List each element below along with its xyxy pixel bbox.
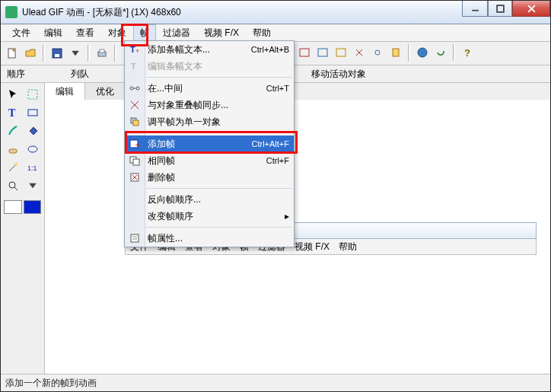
svg-text:T: T [131, 62, 136, 71]
tb-icon-c[interactable] [333, 44, 349, 61]
props-icon [129, 232, 141, 244]
svg-point-24 [130, 87, 133, 90]
zoom-icon[interactable] [4, 177, 22, 194]
menu-change-order[interactable]: 改变帧顺序 ▸ [125, 208, 294, 225]
svg-text:1:1: 1:1 [27, 164, 37, 172]
marquee-icon[interactable] [24, 86, 42, 103]
menu-videofx[interactable]: 视频 F/X [197, 24, 246, 41]
menu-view[interactable]: 查看 [69, 24, 101, 41]
globe-icon[interactable] [414, 44, 431, 61]
tb-icon-a[interactable] [296, 44, 313, 61]
cut-icon[interactable] [351, 44, 368, 61]
menu-object[interactable]: 对象 [101, 24, 133, 41]
svg-rect-9 [28, 110, 37, 116]
bucket-icon[interactable] [24, 123, 42, 139]
onetoone-icon[interactable]: 1:1 [24, 159, 42, 176]
swatch-bg[interactable] [24, 200, 42, 214]
menu-between[interactable]: 在...中间 Ctrl+T [125, 80, 294, 97]
toolbox: T 1:1 [1, 83, 45, 374]
minimize-button[interactable] [462, 1, 488, 17]
menu-filter[interactable]: 过滤器 [156, 24, 197, 41]
menu-reverse[interactable]: 反向帧顺序... [125, 191, 294, 208]
ellipse-icon[interactable] [24, 141, 42, 158]
between-icon [129, 82, 141, 94]
wand-icon[interactable] [4, 159, 22, 176]
menu-delete-frame[interactable]: 删除帧 [125, 169, 294, 186]
delete-frame-icon [129, 171, 141, 183]
svg-point-11 [28, 146, 37, 152]
svg-rect-7 [28, 90, 37, 99]
svg-rect-17 [336, 49, 346, 56]
tab-header: 编辑 优化 [45, 83, 550, 100]
svg-rect-5 [100, 49, 104, 53]
svg-rect-16 [318, 49, 327, 56]
add-banner-icon: T+ [129, 43, 141, 56]
svg-point-25 [136, 87, 139, 90]
swatch-fg[interactable] [4, 200, 22, 214]
refresh-icon[interactable] [432, 44, 449, 61]
pointer-icon[interactable] [4, 86, 22, 103]
save-dropdown-icon[interactable] [67, 45, 84, 62]
svg-rect-31 [133, 159, 139, 165]
maximize-button[interactable] [488, 1, 512, 17]
secbar-queue: 列队 [71, 68, 89, 81]
status-bar: 添加一个新的帧到动画 [1, 374, 550, 391]
help-icon[interactable]: ? [459, 44, 476, 61]
window-title: Ulead GIF 动画 - [无标题*] (1X) 468x60 [22, 6, 181, 19]
svg-rect-27 [133, 120, 139, 126]
secbar-move: 移动活动对象 [311, 68, 366, 81]
flatten-icon [129, 116, 141, 128]
svg-rect-10 [9, 149, 17, 153]
tb-icon-b[interactable] [314, 44, 331, 61]
svg-text:?: ? [464, 47, 470, 59]
sub-menu-videofx[interactable]: 视频 F/X [295, 241, 330, 253]
paste-icon[interactable] [387, 44, 404, 61]
same-frame-icon [129, 155, 141, 167]
svg-text:+: + [135, 47, 139, 55]
menu-edit-banner: T 编辑条幅文本 [125, 58, 294, 75]
svg-point-19 [418, 48, 427, 57]
menu-add-frame[interactable]: + 添加帧 Ctrl+Alt+F [125, 135, 294, 152]
svg-rect-0 [497, 5, 504, 12]
svg-text:T: T [8, 107, 16, 119]
menu-file[interactable]: 文件 [5, 24, 37, 41]
svg-rect-33 [131, 234, 139, 242]
menu-help[interactable]: 帮助 [246, 24, 278, 41]
svg-rect-18 [393, 49, 399, 56]
menu-same-frame[interactable]: 相同帧 Ctrl+F [125, 152, 294, 169]
menu-frame[interactable]: 帧 [133, 24, 156, 41]
submenu-arrow-icon: ▸ [285, 211, 289, 221]
tab-edit[interactable]: 编辑 [45, 83, 85, 100]
zoom-dropdown-icon[interactable] [24, 177, 42, 194]
status-text: 添加一个新的帧到动画 [5, 377, 97, 390]
save-icon[interactable] [49, 45, 65, 62]
link-icon[interactable] [369, 44, 386, 61]
tab-optimize[interactable]: 优化 [85, 83, 126, 100]
secbar-order: 顺序 [7, 68, 25, 81]
svg-rect-3 [55, 54, 59, 57]
sync-icon [129, 99, 141, 111]
menu-frame-props[interactable]: 帧属性... [125, 230, 294, 247]
menu-add-banner[interactable]: T+ 添加条幅文本... Ctrl+Alt+B [125, 41, 294, 58]
brush-icon[interactable] [4, 123, 22, 139]
app-icon [5, 6, 18, 18]
menu-edit[interactable]: 编辑 [37, 24, 69, 41]
menu-sync[interactable]: 与对象重叠帧同步... [125, 97, 294, 113]
eraser-icon[interactable] [4, 141, 22, 158]
svg-text:T: T [130, 45, 135, 54]
svg-rect-15 [300, 49, 309, 56]
shape-icon[interactable] [24, 104, 42, 121]
close-button[interactable] [512, 1, 550, 17]
menu-bar: 文件 编辑 查看 对象 帧 过滤器 视频 F/X 帮助 [1, 24, 550, 42]
svg-point-12 [14, 163, 18, 166]
menu-flatten[interactable]: 调平帧为单一对象 [125, 113, 294, 130]
svg-text:+: + [135, 141, 140, 149]
new-icon[interactable] [4, 45, 21, 62]
open-icon[interactable] [22, 45, 39, 62]
add-frame-icon: + [129, 138, 141, 150]
frame-menu-dropdown: T+ 添加条幅文本... Ctrl+Alt+B T 编辑条幅文本 在...中间 … [124, 40, 295, 247]
text-tool-icon[interactable]: T [4, 104, 22, 121]
title-bar: Ulead GIF 动画 - [无标题*] (1X) 468x60 [1, 1, 550, 24]
print-icon[interactable] [94, 45, 110, 62]
sub-menu-help[interactable]: 帮助 [339, 241, 357, 253]
